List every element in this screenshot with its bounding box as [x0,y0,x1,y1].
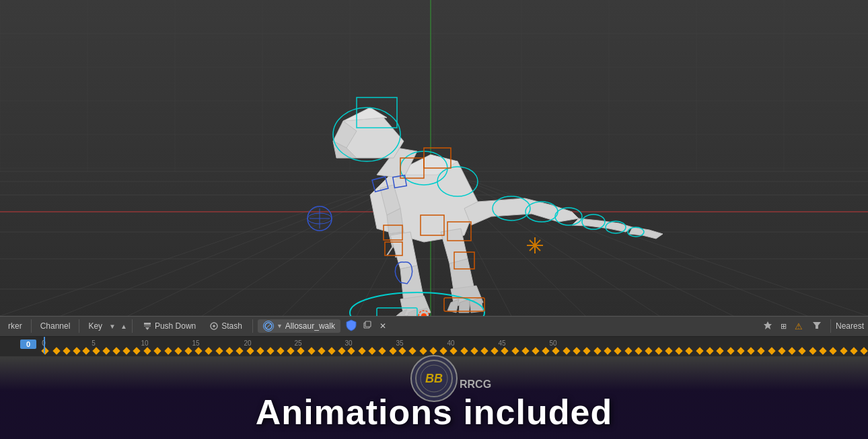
kf[interactable] [635,347,642,354]
kf[interactable] [685,347,692,354]
kf[interactable] [449,347,457,354]
kf[interactable] [236,347,243,354]
kf[interactable] [675,347,682,354]
kf[interactable] [143,347,151,354]
kf[interactable] [429,347,437,354]
playhead[interactable] [44,337,45,354]
current-frame-box[interactable]: 0 [20,340,36,349]
kf[interactable] [552,347,559,354]
kf[interactable] [665,347,672,354]
kf[interactable] [624,347,632,354]
filter-button[interactable] [808,319,826,333]
kf[interactable] [593,347,601,354]
fake-user-button[interactable] [346,319,357,333]
kf[interactable] [542,347,549,354]
kf[interactable] [788,347,795,354]
kf[interactable] [256,347,264,354]
kf[interactable] [205,347,212,354]
kf[interactable] [368,347,375,354]
kf[interactable] [246,347,254,354]
kf[interactable] [798,347,805,354]
kf[interactable] [174,347,182,354]
kf[interactable] [82,347,89,354]
kf[interactable] [480,347,488,354]
kf[interactable] [419,347,427,354]
kf[interactable] [809,347,816,354]
kf[interactable] [460,347,468,354]
kf[interactable] [439,347,447,354]
kf[interactable] [398,347,406,354]
kf[interactable] [716,347,723,354]
stash-button[interactable]: Stash [204,320,248,332]
kf[interactable] [563,347,570,354]
kf[interactable] [819,347,826,354]
kf[interactable] [583,347,590,354]
dropdown-arrow-icon[interactable]: ▼ [109,323,116,330]
kf[interactable] [92,347,100,354]
kf[interactable] [511,347,519,354]
kf[interactable] [501,347,508,354]
action-name-dropdown[interactable]: ▼ Allosaur_walk [258,319,340,333]
kf[interactable] [491,347,498,354]
kf[interactable] [727,347,734,354]
kf[interactable] [347,347,355,354]
kf[interactable] [706,347,713,354]
kf[interactable] [778,347,785,354]
kf[interactable] [184,347,192,354]
kf[interactable] [122,347,130,354]
kf[interactable] [308,347,315,354]
kf[interactable] [614,347,621,354]
kf[interactable] [389,347,396,354]
kf[interactable] [521,347,529,354]
kf[interactable] [277,347,284,354]
kf[interactable] [112,347,120,354]
kf[interactable] [318,347,325,354]
kf[interactable] [768,347,775,354]
kf[interactable] [102,347,110,354]
kf[interactable] [378,347,386,354]
stash-icon [209,321,219,331]
kf[interactable] [655,347,662,354]
kf[interactable] [63,347,70,354]
kf[interactable] [328,347,335,354]
push-down-button[interactable]: Push Down [137,320,201,332]
kf[interactable] [266,347,274,354]
kf[interactable] [696,347,703,354]
kf[interactable] [73,347,80,354]
channel-menu[interactable]: Channel [36,320,75,332]
timeline-ruler[interactable]: 0 0 5 10 15 20 25 30 35 40 45 50 [0,337,868,356]
kf[interactable] [532,347,539,354]
snap-button[interactable]: ⊞ [778,321,789,332]
kf[interactable] [840,347,847,354]
kf[interactable] [757,347,764,354]
kf[interactable] [408,347,416,354]
kf[interactable] [215,347,223,354]
kf[interactable] [850,347,857,354]
kf[interactable] [358,347,365,354]
kf[interactable] [338,347,345,354]
copy-action-button[interactable] [359,319,374,333]
kf[interactable] [573,347,580,354]
marker-menu[interactable]: rker [4,320,26,332]
kf[interactable] [133,347,140,354]
kf[interactable] [860,347,867,354]
kf[interactable] [194,347,202,354]
kf[interactable] [747,347,754,354]
sort-icon[interactable]: ▲ [120,323,127,330]
kf[interactable] [164,347,172,354]
pin-button[interactable] [760,319,775,333]
kf[interactable] [829,347,836,354]
3d-viewport[interactable] [0,0,868,316]
kf[interactable] [297,347,304,354]
kf[interactable] [225,347,233,354]
unlink-action-button[interactable]: ✕ [377,320,389,332]
kf[interactable] [604,347,611,354]
kf[interactable] [287,347,294,354]
kf[interactable] [645,347,652,354]
kf[interactable] [153,347,161,354]
key-menu[interactable]: Key [84,320,106,332]
kf[interactable] [52,347,60,354]
kf[interactable] [737,347,744,354]
keyframe-0[interactable] [41,347,48,354]
kf[interactable] [470,347,478,354]
